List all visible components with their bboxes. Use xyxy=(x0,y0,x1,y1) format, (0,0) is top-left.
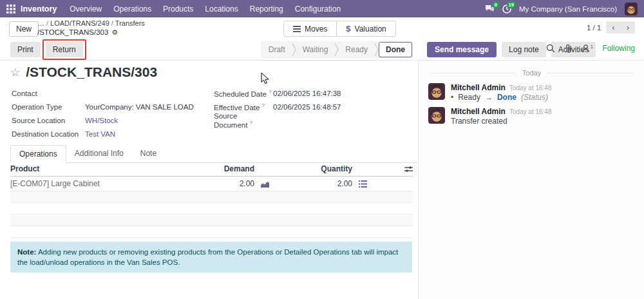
column-quantity[interactable]: Quantity xyxy=(281,164,352,173)
detailed-operations-icon[interactable] xyxy=(359,180,367,188)
tracking-message-body: • Ready → Done (Status) xyxy=(451,93,552,102)
breadcrumb: …/LOAD/TRANS/249/Transfers /STOCK_TRANS/… xyxy=(37,19,145,37)
app-name[interactable]: Inventory xyxy=(21,5,57,14)
field-group-left: Contact Operation Type YourCompany: VAN … xyxy=(12,86,205,140)
menu-reporting[interactable]: Reporting xyxy=(250,5,283,14)
menu-operations[interactable]: Operations xyxy=(113,5,151,14)
moves-label: Moves xyxy=(305,24,327,34)
demand-cell[interactable]: 2.00 xyxy=(203,179,254,188)
message-timestamp: Today at 16:48 xyxy=(509,108,552,115)
optional-columns-icon[interactable] xyxy=(404,166,413,173)
table-row[interactable]: [E-COM07] Large Cabinet 2.00 2.00 xyxy=(10,177,413,191)
table-header-row: Product Demand Quantity xyxy=(10,162,413,177)
send-message-button[interactable]: Send message xyxy=(427,42,497,57)
apps-grid-icon[interactable] xyxy=(6,5,15,14)
forecast-report-icon[interactable] xyxy=(261,180,269,188)
help-marker: ? xyxy=(269,89,271,95)
menu-overview[interactable]: Overview xyxy=(70,5,102,14)
notebook-tabs: Operations Additional Info Note xyxy=(10,145,417,163)
breadcrumb-collapsed[interactable]: … xyxy=(37,19,44,27)
avatar[interactable] xyxy=(428,107,445,124)
page-title: /STOCK_TRANS/303 xyxy=(26,64,157,80)
scheduled-date-field[interactable]: 02/06/2025 16:47:38 xyxy=(273,90,341,97)
user-avatar[interactable] xyxy=(625,3,638,15)
source-location-label: Source Location xyxy=(12,117,85,124)
following-toggle[interactable]: Following xyxy=(602,44,635,53)
company-switcher[interactable]: My Company (San Francisco) xyxy=(519,5,617,13)
empty-table-row[interactable] xyxy=(10,203,413,215)
note-text: Adding new products or removing existing… xyxy=(17,248,398,266)
stage-waiting[interactable]: Waiting xyxy=(296,43,335,57)
product-cell[interactable]: [E-COM07] Large Cabinet xyxy=(10,179,203,188)
attachment-paperclip-icon[interactable] xyxy=(564,44,573,53)
chatter-message: Mitchell Admin Today at 16:48 Transfer c… xyxy=(419,104,644,128)
pager-count: 1 / 1 xyxy=(587,24,601,32)
breadcrumb-separator: / xyxy=(46,19,48,27)
pager: 1 / 1 ‹ › xyxy=(587,21,635,34)
message-author[interactable]: Mitchell Admin xyxy=(451,107,506,116)
dollar-icon: $ xyxy=(346,24,350,34)
tracking-old-value: Ready xyxy=(458,93,480,102)
tracking-new-value[interactable]: Done xyxy=(497,93,516,102)
avatar[interactable] xyxy=(428,83,445,100)
tab-operations[interactable]: Operations xyxy=(10,145,66,163)
log-note-button[interactable]: Log note xyxy=(502,42,546,57)
tab-note[interactable]: Note xyxy=(132,145,165,162)
pager-next-icon[interactable]: › xyxy=(621,21,635,34)
source-location-field[interactable]: WH/Stock xyxy=(85,117,118,124)
content-area: ☆ /STOCK_TRANS/303 Contact Operation Typ… xyxy=(0,61,644,299)
new-button[interactable]: New xyxy=(9,21,39,37)
chatter-tools: 1 Following xyxy=(546,44,635,53)
help-marker: ? xyxy=(262,102,265,108)
destination-location-field[interactable]: Test VAN xyxy=(85,130,115,138)
operation-type-label: Operation Type xyxy=(12,103,85,111)
chevron-right-icon xyxy=(334,43,339,57)
effective-date-field[interactable]: 02/06/2025 16:48:57 xyxy=(273,103,341,111)
activities-badge: 19 xyxy=(507,1,516,8)
destination-location-label: Destination Location xyxy=(12,130,85,138)
menu-products[interactable]: Products xyxy=(163,5,193,14)
messages-badge: 0 xyxy=(493,1,499,8)
note-label: Note: xyxy=(17,248,36,256)
valuation-button[interactable]: $ Valuation xyxy=(337,21,395,37)
arrow-right-icon: → xyxy=(485,93,493,102)
activities-clock-icon[interactable]: 19 xyxy=(502,5,511,14)
followers-icon[interactable]: 1 xyxy=(582,44,593,53)
field-group-right: Scheduled Date ? 02/06/2025 16:47:38 Eff… xyxy=(214,86,407,127)
empty-table-row[interactable] xyxy=(10,226,413,238)
top-navbar: Inventory Overview Operations Products L… xyxy=(0,0,644,17)
pager-previous-icon[interactable]: ‹ xyxy=(606,21,620,34)
tracking-field-name: (Status) xyxy=(521,93,548,102)
breadcrumb-separator: / xyxy=(111,19,113,27)
scheduled-date-label: Scheduled Date ? xyxy=(214,89,273,98)
quantity-cell[interactable]: 2.00 xyxy=(281,179,352,188)
breadcrumb-transfers[interactable]: Transfers xyxy=(115,19,145,27)
favorite-star-icon[interactable]: ☆ xyxy=(10,66,20,79)
column-demand[interactable]: Demand xyxy=(203,164,254,173)
message-body: Transfer created xyxy=(451,117,552,126)
chevron-right-icon xyxy=(374,43,379,57)
source-document-label: Source Document ? xyxy=(214,112,273,129)
status-bar: Draft Waiting Ready Done xyxy=(261,41,413,58)
menu-configuration[interactable]: Configuration xyxy=(295,5,341,14)
empty-table-row[interactable] xyxy=(10,191,413,203)
info-note: Note: Adding new products or removing ex… xyxy=(10,242,412,273)
menu-locations[interactable]: Locations xyxy=(205,5,238,14)
stage-draft[interactable]: Draft xyxy=(262,43,292,57)
operation-type-field[interactable]: YourCompany: VAN SALE LOAD xyxy=(85,103,194,111)
stage-ready[interactable]: Ready xyxy=(339,43,374,57)
tab-additional-info[interactable]: Additional Info xyxy=(66,145,132,162)
form-toolbar: Print Return Draft Waiting Ready Done Se… xyxy=(0,39,644,61)
gear-icon[interactable]: ⚙ xyxy=(111,28,118,37)
message-author[interactable]: Mitchell Admin xyxy=(451,83,506,92)
breadcrumb-load-trans[interactable]: LOAD/TRANS/249 xyxy=(50,19,109,27)
print-button[interactable]: Print xyxy=(10,42,41,57)
moves-button[interactable]: Moves xyxy=(283,21,337,37)
search-icon[interactable] xyxy=(546,44,555,53)
messages-icon[interactable]: 0 xyxy=(485,5,495,13)
followers-count: 1 xyxy=(591,44,593,50)
return-button[interactable]: Return xyxy=(46,42,83,57)
column-product[interactable]: Product xyxy=(10,164,203,173)
stage-done[interactable]: Done xyxy=(379,42,412,57)
empty-table-row[interactable] xyxy=(10,215,413,226)
